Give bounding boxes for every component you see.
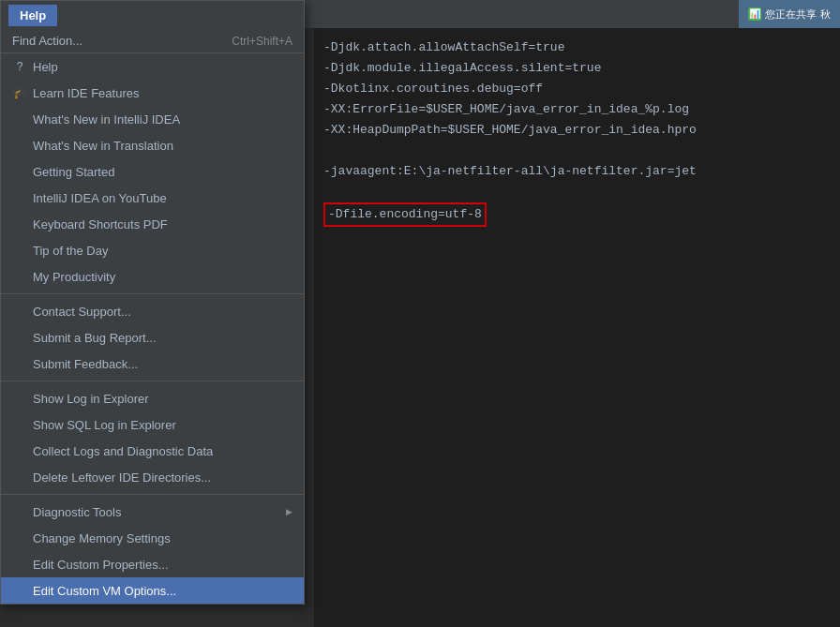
- menu-item-learn-ide-label: Learn IDE Features: [33, 86, 292, 100]
- menu-item-delete-leftover[interactable]: Delete Leftover IDE Directories...: [1, 464, 304, 490]
- menu-item-collect-logs[interactable]: Collect Logs and Diagnostic Data: [1, 438, 304, 464]
- spacer-icon-1: [12, 112, 27, 127]
- menu-item-whats-new-translation-label: What's New in Translation: [33, 139, 292, 153]
- menu-header: Help: [1, 1, 304, 29]
- menu-item-edit-vm-options[interactable]: Edit Custom VM Options...: [1, 577, 304, 604]
- find-action-shortcut: Ctrl+Shift+A: [232, 35, 292, 48]
- spacer-icon-14: [12, 470, 27, 485]
- menu-item-my-productivity-label: My Productivity: [33, 270, 292, 284]
- menu-item-whats-new-intellij-label: What's New in IntelliJ IDEA: [33, 112, 292, 127]
- spacer-icon-7: [12, 269, 27, 284]
- menu-item-feedback[interactable]: Submit Feedback...: [1, 351, 304, 377]
- menu-item-tip-of-day-label: Tip of the Day: [33, 244, 292, 258]
- spacer-icon-4: [12, 190, 27, 205]
- menu-item-learn-ide[interactable]: 🎓 Learn IDE Features: [1, 80, 304, 106]
- spacer-icon-8: [12, 304, 27, 319]
- menu-item-getting-started[interactable]: Getting Started: [1, 158, 304, 185]
- menu-item-change-memory-label: Change Memory Settings: [33, 531, 292, 545]
- menu-item-help[interactable]: ? Help: [1, 53, 304, 80]
- menu-item-show-sql-log-label: Show SQL Log in Explorer: [33, 418, 292, 432]
- menu-item-delete-leftover-label: Delete Leftover IDE Directories...: [33, 470, 292, 485]
- menu-item-youtube[interactable]: IntelliJ IDEA on YouTube: [1, 185, 304, 211]
- menu-item-show-log-label: Show Log in Explorer: [33, 392, 292, 406]
- menu-item-edit-vm-options-label: Edit Custom VM Options...: [33, 584, 292, 598]
- menu-item-my-productivity[interactable]: My Productivity: [1, 263, 304, 290]
- menu-overlay: Help Find Action... Ctrl+Shift+A ? Help …: [0, 0, 840, 627]
- menu-item-whats-new-translation[interactable]: What's New in Translation: [1, 132, 304, 158]
- menu-item-getting-started-label: Getting Started: [33, 165, 292, 179]
- menu-item-collect-logs-label: Collect Logs and Diagnostic Data: [33, 444, 292, 458]
- spacer-icon-2: [12, 138, 27, 153]
- menu-item-feedback-label: Submit Feedback...: [33, 357, 292, 371]
- menu-item-help-label: Help: [33, 60, 292, 74]
- menu-item-change-memory[interactable]: Change Memory Settings: [1, 525, 304, 551]
- separator-2: [1, 381, 304, 381]
- spacer-icon-5: [12, 216, 27, 231]
- find-action-item[interactable]: Find Action... Ctrl+Shift+A: [1, 29, 304, 53]
- graduation-icon: 🎓: [12, 85, 27, 100]
- find-action-label: Find Action...: [12, 34, 82, 48]
- menu-item-contact-support-label: Contact Support...: [33, 305, 292, 319]
- menu-item-show-log[interactable]: Show Log in Explorer: [1, 385, 304, 411]
- menu-item-bug-report[interactable]: Submit a Bug Report...: [1, 324, 304, 351]
- spacer-icon-17: [12, 557, 27, 572]
- separator-3: [1, 494, 304, 495]
- spacer-icon-18: [12, 583, 27, 598]
- spacer-icon-12: [12, 417, 27, 432]
- menu-item-tip-of-day[interactable]: Tip of the Day: [1, 237, 304, 263]
- help-menu: Help Find Action... Ctrl+Shift+A ? Help …: [0, 0, 305, 605]
- menu-item-keyboard-pdf-label: Keyboard Shortcuts PDF: [33, 217, 292, 231]
- menu-item-contact-support[interactable]: Contact Support...: [1, 298, 304, 324]
- menu-item-diagnostic-tools[interactable]: Diagnostic Tools: [1, 499, 304, 525]
- spacer-icon-13: [12, 443, 27, 458]
- spacer-icon-10: [12, 356, 27, 371]
- menu-item-diagnostic-tools-label: Diagnostic Tools: [33, 505, 280, 519]
- help-menu-header-label[interactable]: Help: [8, 5, 57, 26]
- menu-item-show-sql-log[interactable]: Show SQL Log in Explorer: [1, 411, 304, 438]
- menu-item-bug-report-label: Submit a Bug Report...: [33, 331, 292, 345]
- spacer-icon-6: [12, 243, 27, 258]
- spacer-icon-9: [12, 330, 27, 345]
- spacer-icon-3: [12, 164, 27, 179]
- question-icon: ?: [12, 59, 27, 74]
- menu-item-whats-new-intellij[interactable]: What's New in IntelliJ IDEA: [1, 106, 304, 132]
- menu-item-youtube-label: IntelliJ IDEA on YouTube: [33, 191, 292, 205]
- menu-item-keyboard-pdf[interactable]: Keyboard Shortcuts PDF: [1, 211, 304, 237]
- menu-item-edit-properties-label: Edit Custom Properties...: [33, 558, 292, 572]
- menu-item-edit-properties[interactable]: Edit Custom Properties...: [1, 551, 304, 577]
- separator-1: [1, 293, 304, 294]
- spacer-icon-16: [12, 530, 27, 545]
- spacer-icon-15: [12, 504, 27, 519]
- spacer-icon-11: [12, 391, 27, 406]
